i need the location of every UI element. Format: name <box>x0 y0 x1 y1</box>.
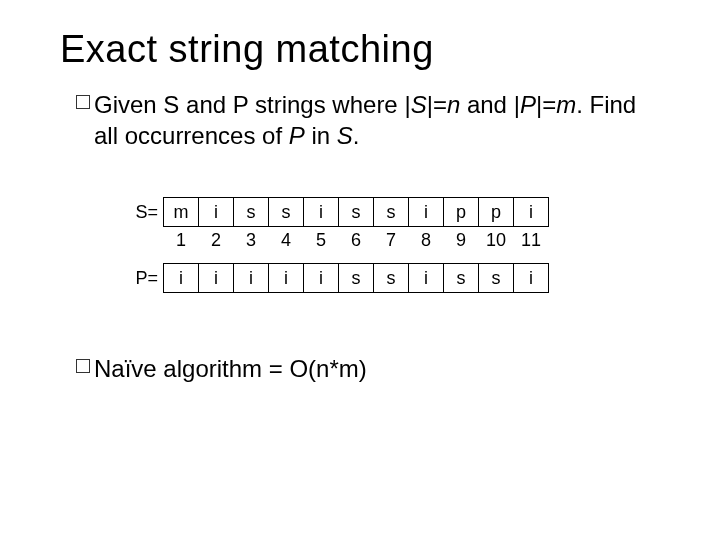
table-cell: p <box>478 197 514 227</box>
table-cell: i <box>233 263 269 293</box>
table-cell: i <box>513 197 549 227</box>
table-cell: s <box>338 263 374 293</box>
table-cell: i <box>163 263 199 293</box>
index-cell: 2 <box>198 227 234 253</box>
tables-area: S= m i s s i s s i p p i 1 2 3 4 5 6 7 8… <box>130 197 660 293</box>
bullet-2: Naïve algorithm = O(n*m) <box>76 353 660 384</box>
slide-title: Exact string matching <box>60 28 660 71</box>
p-label: P= <box>130 268 164 289</box>
table-cell: s <box>373 197 409 227</box>
p-row: P= i i i i i s s i s s i <box>130 263 660 293</box>
square-bullet-icon <box>76 359 90 373</box>
index-cell: 4 <box>268 227 304 253</box>
s-row: S= m i s s i s s i p p i <box>130 197 660 227</box>
index-row: 1 2 3 4 5 6 7 8 9 10 11 <box>130 227 660 253</box>
table-cell: i <box>303 263 339 293</box>
index-cell: 8 <box>408 227 444 253</box>
index-cell: 1 <box>163 227 199 253</box>
table-cell: m <box>163 197 199 227</box>
square-bullet-icon <box>76 95 90 109</box>
table-cell: i <box>513 263 549 293</box>
index-cell: 5 <box>303 227 339 253</box>
table-cell: s <box>443 263 479 293</box>
table-cell: i <box>198 197 234 227</box>
index-cell: 3 <box>233 227 269 253</box>
index-cell: 11 <box>513 227 549 253</box>
table-cell: p <box>443 197 479 227</box>
index-cell: 6 <box>338 227 374 253</box>
table-cell: i <box>198 263 234 293</box>
table-cell: s <box>268 197 304 227</box>
bullet-2-text: Naïve algorithm = O(n*m) <box>94 353 367 384</box>
table-cell: s <box>233 197 269 227</box>
index-cell: 7 <box>373 227 409 253</box>
table-cell: i <box>408 263 444 293</box>
table-cell: i <box>268 263 304 293</box>
table-cell: s <box>338 197 374 227</box>
bullet-1: Given S and P strings where |S|=n and |P… <box>76 89 660 151</box>
s-label: S= <box>130 202 164 223</box>
table-cell: s <box>373 263 409 293</box>
index-cell: 10 <box>478 227 514 253</box>
bullet-1-text: Given S and P strings where |S|=n and |P… <box>94 89 660 151</box>
table-cell: i <box>303 197 339 227</box>
table-cell: s <box>478 263 514 293</box>
table-cell: i <box>408 197 444 227</box>
index-cell: 9 <box>443 227 479 253</box>
